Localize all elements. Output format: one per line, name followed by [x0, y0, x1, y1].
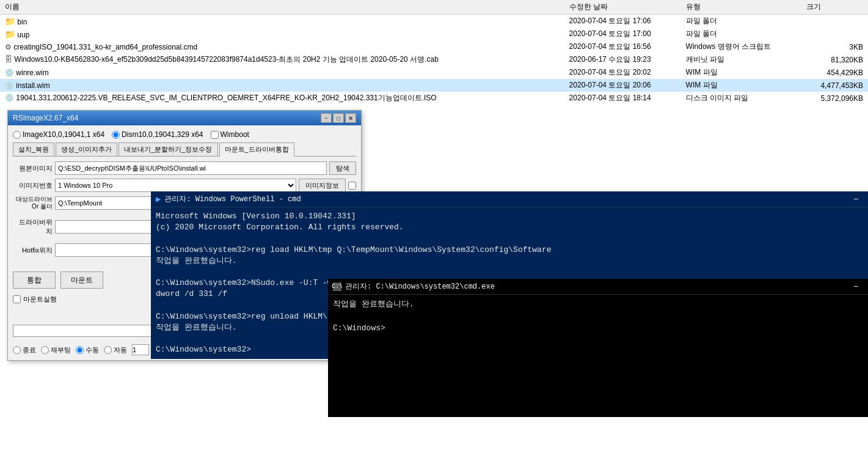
iso-icon: 💿 [5, 94, 14, 102]
mount-button[interactable]: 마운트 [60, 271, 103, 289]
table-row[interactable]: ⚙ creatingISO_19041.331_ko-kr_amd64_prof… [0, 40, 868, 53]
radio-dism-label: Dism10,0,19041,329 x64 [122, 130, 203, 139]
radio-end-input[interactable] [13, 346, 21, 354]
table-row[interactable]: 💿 install.wim 2020-07-04 토요일 20:06 WIM 파… [0, 79, 868, 92]
file-name-cell: 📁 bin [0, 15, 564, 28]
cmd-title: 관리자: C:\Windows\system32\cmd.exe [345, 281, 495, 292]
file-size-cell: 81,320KB [801, 53, 868, 66]
radio-auto[interactable]: 자동 [104, 345, 127, 355]
tab-create-add[interactable]: 생성_이미지추가 [56, 142, 117, 156]
file-name-cell: ⚙ creatingISO_19041.331_ko-kr_amd64_prof… [0, 40, 564, 53]
file-size-cell [801, 28, 868, 40]
cab-icon: 🗄 [5, 55, 12, 64]
radio-manual-label: 수동 [86, 345, 99, 355]
ps-icon: ▶ [156, 194, 161, 204]
file-table: 이름 수정한 날짜 유형 크기 📁 bin 2020-07-04 토요일 17:… [0, 0, 868, 105]
file-size-cell: 5,372,096KB [801, 92, 868, 105]
file-size-cell [801, 15, 868, 28]
file-size-cell: 4,477,453KB [801, 79, 868, 92]
radio-manual-input[interactable] [76, 346, 84, 354]
dialog-titlebar-buttons: － □ ✕ [321, 113, 356, 123]
file-type-cell: WIM 파일 [681, 66, 802, 79]
radio-end-label: 종료 [23, 345, 36, 355]
radio-end[interactable]: 종료 [13, 345, 36, 355]
image-info-checkbox[interactable] [348, 182, 356, 190]
wim-icon: 💿 [5, 81, 14, 90]
file-date-cell: 2020-07-04 토요일 18:14 [564, 92, 681, 105]
file-size-cell: 3KB [801, 40, 868, 53]
ps-line [156, 233, 863, 244]
radio-reboot-label: 재부팅 [51, 345, 71, 355]
hotfix-location-label: Hotfix위치 [13, 246, 53, 255]
cmd-icon: C:\ [333, 283, 341, 291]
search-button[interactable]: 탐색 [329, 161, 356, 175]
tab-install-restore[interactable]: 설치_복원 [13, 142, 54, 156]
file-name-cell: 💿 19041.331.200612-2225.VB_RELEASE_SVC_I… [0, 92, 564, 105]
col-date[interactable]: 수정한 날짜 [564, 0, 681, 15]
file-name-cell: 💿 install.wim [0, 79, 564, 92]
table-row[interactable]: 💿 winre.wim 2020-07-04 토요일 20:02 WIM 파일 … [0, 66, 868, 79]
radio-row: ImageX10,0,19041,1 x64 Dism10,0,19041,32… [13, 130, 356, 139]
close-button[interactable]: ✕ [345, 113, 356, 123]
file-type-cell: Windows 명령어 스크립트 [681, 40, 802, 53]
checkbox-wimboot-item[interactable]: Wimboot [211, 130, 249, 139]
col-size[interactable]: 크기 [801, 0, 868, 15]
radio-imagex-label: ImageX10,0,19041,1 x64 [23, 130, 104, 139]
cmd-minimize-button[interactable]: — [854, 283, 858, 291]
original-image-row: 원본이미지 탐색 [13, 161, 356, 175]
cmd-line [333, 311, 863, 323]
original-image-input[interactable] [55, 161, 327, 175]
radio-reboot-input[interactable] [41, 346, 49, 354]
driver-location-label: 드라이버위치 [13, 218, 53, 236]
table-row[interactable]: 📁 bin 2020-07-04 토요일 17:06 파일 폴더 [0, 15, 868, 28]
cmd-title-left: C:\ 관리자: C:\Windows\system32\cmd.exe [333, 281, 495, 292]
table-row[interactable]: 📁 uup 2020-07-04 토요일 17:00 파일 폴더 [0, 28, 868, 40]
minimize-button[interactable]: － [321, 113, 332, 123]
cmd-line: C:\Windows> [333, 322, 863, 334]
folder-icon: 📁 [5, 29, 15, 39]
radio-dism[interactable]: Dism10,0,19041,329 x64 [112, 130, 203, 139]
maximize-button[interactable]: □ [333, 113, 344, 123]
bottom-value-input[interactable] [132, 344, 149, 355]
ps-line: 작업을 완료했습니다. [156, 256, 863, 267]
target-drive-label: 대상드라이브Or 폴더 [13, 196, 53, 210]
ps-title-left: ▶ 관리자: Windows PowerShell - cmd [156, 194, 301, 204]
radio-reboot[interactable]: 재부팅 [41, 345, 71, 355]
file-date-cell: 2020-06-17 수요일 19:23 [564, 53, 681, 66]
mount-run-checkbox[interactable] [13, 295, 21, 303]
wim-icon: 💿 [5, 68, 14, 77]
file-name-cell: 🗄 Windows10.0-KB4562830-x64_ef52b309dd25… [0, 53, 564, 66]
dialog-title: RSImageX2.67_x64 [13, 114, 78, 122]
table-row[interactable]: 🗄 Windows10.0-KB4562830-x64_ef52b309dd25… [0, 53, 868, 66]
file-date-cell: 2020-07-04 토요일 20:02 [564, 66, 681, 79]
cmd-line: 작업을 완료했습니다. [333, 298, 863, 311]
image-number-select[interactable]: 1 Windows 10 Pro [55, 179, 296, 192]
col-type[interactable]: 유형 [681, 0, 802, 15]
col-name[interactable]: 이름 [0, 0, 564, 15]
radio-dism-input[interactable] [112, 131, 120, 139]
table-row[interactable]: 💿 19041.331.200612-2225.VB_RELEASE_SVC_I… [0, 92, 868, 105]
ps-line [156, 267, 863, 278]
tab-mount-driver[interactable]: 마운트_드라이버통합 [219, 142, 294, 157]
integrate-button[interactable]: 통합 [13, 271, 56, 289]
radio-auto-input[interactable] [104, 346, 112, 354]
tab-export-split[interactable]: 내보내기_분할하기_정보수정 [119, 142, 217, 156]
file-name-cell: 💿 winre.wim [0, 66, 564, 79]
ps-title: 관리자: Windows PowerShell - cmd [164, 194, 301, 204]
checkbox-wimboot[interactable] [211, 131, 219, 139]
file-date-cell: 2020-07-04 토요일 16:56 [564, 40, 681, 53]
dialog-titlebar: RSImageX2.67_x64 － □ ✕ [8, 111, 361, 125]
file-size-cell: 454,429KB [801, 66, 868, 79]
file-type-cell: 디스크 이미지 파일 [681, 92, 802, 105]
radio-manual[interactable]: 수동 [76, 345, 99, 355]
folder-icon: 📁 [5, 17, 15, 26]
ps-line: Microsoft Windows [Version 10.0.19042.33… [156, 211, 863, 222]
radio-auto-label: 자동 [114, 345, 127, 355]
file-type-cell: 캐비닛 파일 [681, 53, 802, 66]
ps-minimize-button[interactable]: — [854, 195, 858, 204]
file-date-cell: 2020-07-04 토요일 17:00 [564, 28, 681, 40]
ps-line: (c) 2020 Microsoft Corporation. All righ… [156, 222, 863, 233]
radio-imagex[interactable]: ImageX10,0,19041,1 x64 [13, 130, 104, 139]
image-info-button[interactable]: 이미지정보 [299, 179, 346, 192]
radio-imagex-input[interactable] [13, 131, 21, 139]
